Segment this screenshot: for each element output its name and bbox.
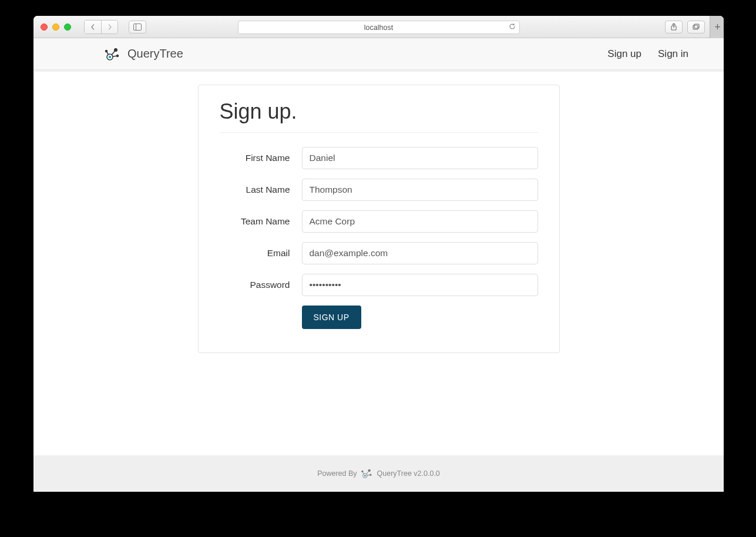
browser-window: localhost + xyxy=(33,16,724,492)
input-email[interactable] xyxy=(302,242,538,264)
svg-point-10 xyxy=(114,48,117,52)
close-window-button[interactable] xyxy=(41,24,48,31)
signup-button[interactable]: SIGN UP xyxy=(302,306,361,329)
svg-point-12 xyxy=(105,49,107,52)
brand[interactable]: QueryTree xyxy=(104,45,183,63)
field-team-name: Team Name xyxy=(220,210,538,233)
svg-rect-3 xyxy=(693,25,698,29)
nav-signin-link[interactable]: Sign in xyxy=(658,48,688,60)
input-password[interactable] xyxy=(302,274,538,296)
address-url: localhost xyxy=(364,24,393,32)
app-header: QueryTree Sign up Sign in xyxy=(33,38,724,70)
label-first-name: First Name xyxy=(220,153,302,163)
tabs-button[interactable] xyxy=(687,21,705,33)
field-last-name: Last Name xyxy=(220,179,538,201)
field-email: Email xyxy=(220,242,538,264)
maximize-window-button[interactable] xyxy=(64,24,71,31)
toolbar-right: + xyxy=(665,21,718,33)
svg-point-11 xyxy=(116,54,119,56)
svg-point-9 xyxy=(109,55,111,58)
address-bar[interactable]: localhost xyxy=(238,21,520,34)
sidebar-toggle-button[interactable] xyxy=(129,21,146,33)
footer-logo-icon xyxy=(361,467,374,480)
reload-icon[interactable] xyxy=(509,23,516,32)
new-tab-button[interactable]: + xyxy=(710,16,724,38)
forward-button[interactable] xyxy=(101,21,117,33)
divider xyxy=(220,132,538,133)
label-email: Email xyxy=(220,248,302,259)
browser-titlebar: localhost + xyxy=(33,16,724,38)
footer-product: QueryTree v2.0.0.0 xyxy=(377,469,440,478)
label-team-name: Team Name xyxy=(220,216,302,227)
minimize-window-button[interactable] xyxy=(52,24,59,31)
label-password: Password xyxy=(220,280,302,290)
svg-rect-4 xyxy=(694,24,699,28)
page-title: Sign up. xyxy=(220,99,538,124)
signup-panel: Sign up. First Name Last Name Team Name … xyxy=(198,85,560,353)
history-nav xyxy=(84,20,118,34)
main-content: Sign up. First Name Last Name Team Name … xyxy=(33,70,724,455)
label-last-name: Last Name xyxy=(220,184,302,195)
share-button[interactable] xyxy=(665,21,683,33)
footer: Powered By QueryTree v2.0.0.0 xyxy=(33,455,724,492)
input-first-name[interactable] xyxy=(302,147,538,169)
field-password: Password xyxy=(220,274,538,296)
page-viewport: QueryTree Sign up Sign in Sign up. First… xyxy=(33,38,724,492)
brand-name: QueryTree xyxy=(127,47,183,61)
input-team-name[interactable] xyxy=(302,210,538,233)
nav-signup-link[interactable]: Sign up xyxy=(607,48,641,60)
window-controls xyxy=(41,24,71,31)
header-nav: Sign up Sign in xyxy=(607,48,712,60)
svg-point-20 xyxy=(361,471,363,472)
querytree-logo-icon xyxy=(104,45,122,63)
input-last-name[interactable] xyxy=(302,179,538,201)
svg-point-19 xyxy=(369,474,371,476)
footer-powered-by: Powered By xyxy=(317,469,357,478)
svg-point-17 xyxy=(364,475,365,476)
submit-row: SIGN UP xyxy=(220,306,538,329)
svg-point-18 xyxy=(368,469,370,472)
field-first-name: First Name xyxy=(220,147,538,169)
back-button[interactable] xyxy=(85,21,101,33)
svg-rect-0 xyxy=(134,24,142,30)
